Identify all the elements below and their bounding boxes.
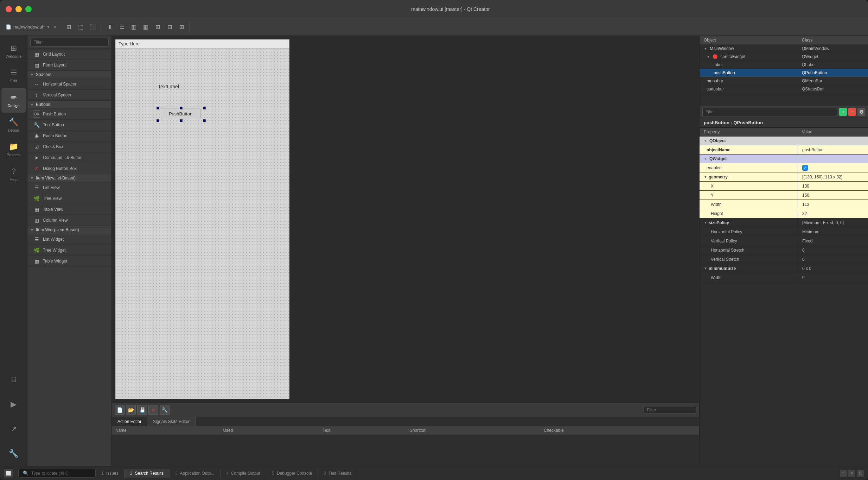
category-buttons[interactable]: ▼ Buttons <box>27 101 111 109</box>
close-file-icon[interactable]: ✕ <box>53 24 57 30</box>
widget-item-table-view[interactable]: ▦ Table View <box>27 204 111 215</box>
toolbar-btn-7[interactable]: ▦ <box>140 21 152 33</box>
toolbar-btn-2[interactable]: ⬚ <box>75 21 87 33</box>
sizepolicy-arrow[interactable]: ▼ <box>704 221 707 225</box>
prop-hpolicy-value[interactable]: Minimum <box>798 228 868 236</box>
bottom-tab-testresults[interactable]: 8 Test Results <box>318 469 357 478</box>
bottom-tab-appoutput[interactable]: 3 Application Outp... <box>170 469 220 478</box>
toolbar-btn-1[interactable]: ⊞ <box>63 21 75 33</box>
sidebar-item-projects[interactable]: 📁 Projects <box>1 137 26 162</box>
widget-item-tree-view[interactable]: 🌿 Tree View <box>27 193 111 204</box>
obj-row-mainwindow[interactable]: ▼ MainWindow QMainWindow <box>700 45 868 53</box>
prop-width-value[interactable]: 113 <box>798 201 868 208</box>
widget-item-horizontal-spacer[interactable]: ↔ Horizontal Spacer <box>27 79 111 90</box>
sidebar-item-play[interactable]: ▶ <box>1 392 26 417</box>
widget-item-list-view[interactable]: ☰ List View <box>27 182 111 193</box>
section-qwidget[interactable]: ▼ QWidget <box>700 154 868 163</box>
sidebar-item-arrow[interactable]: ↗ <box>1 417 26 441</box>
bottom-icon-btn-1[interactable]: ⬜ <box>4 469 13 478</box>
toolbar-btn-9[interactable]: ⊟ <box>164 21 175 33</box>
widget-item-command-button[interactable]: ➤ Command ...k Button <box>27 152 111 163</box>
widget-item-grid-layout[interactable]: ▦ Grid Layout <box>27 49 111 60</box>
prop-add-btn[interactable]: + <box>839 108 847 116</box>
sidebar-item-debug[interactable]: 🔨 Debug <box>1 113 26 137</box>
action-open-btn[interactable]: 📂 <box>126 405 136 415</box>
obj-row-centralwidget[interactable]: ▼ 🔴 centralwidget QWidget <box>700 53 868 61</box>
widget-item-form-layout[interactable]: ▤ Form Layout <box>27 60 111 71</box>
widget-item-tool-button[interactable]: 🔧 Tool Button <box>27 120 111 131</box>
prop-geometry-value[interactable]: [(130, 150), 113 x 32] <box>798 173 868 181</box>
widget-item-radio-button[interactable]: ◉ Radio Button <box>27 131 111 141</box>
prop-remove-btn[interactable]: − <box>848 108 856 116</box>
toolbar-btn-6[interactable]: ▥ <box>128 21 140 33</box>
widget-item-tree-widget[interactable]: 🌿 Tree Widget <box>27 245 111 256</box>
widget-item-list-widget[interactable]: ☰ List Widget <box>27 234 111 245</box>
close-button[interactable] <box>6 6 12 12</box>
maximize-button[interactable] <box>25 6 32 12</box>
prop-vpolicy-value[interactable]: Fixed <box>798 237 868 245</box>
prop-minsize-width-value[interactable]: 0 <box>798 274 868 282</box>
bottom-tab-issues[interactable]: 1 Issues <box>96 469 125 478</box>
sidebar-item-monitor[interactable]: 🖥 <box>1 367 26 392</box>
toolbar-btn-4[interactable]: ⏸ <box>104 21 116 33</box>
category-spacers[interactable]: ▼ Spacers <box>27 71 111 79</box>
action-delete-btn[interactable]: ✕ <box>148 405 158 415</box>
obj-row-label[interactable]: label QLabel <box>700 61 868 69</box>
prop-x-value[interactable]: 130 <box>798 182 868 190</box>
bottom-expand-btn[interactable]: ⌃ <box>840 470 847 477</box>
tab-signals-slots[interactable]: Signals Slots Editor <box>147 417 196 426</box>
menubar-area[interactable]: Type Here <box>115 39 289 48</box>
prop-hstretch-value[interactable]: 0 <box>798 246 868 254</box>
widget-item-column-view[interactable]: ▥ Column View <box>27 215 111 226</box>
design-canvas[interactable]: TextLabel PushButton <box>115 48 289 399</box>
push-button-widget[interactable]: PushButton <box>161 108 200 119</box>
file-tab[interactable]: 📄 mainwindow.ui* ▾ ✕ <box>3 24 60 30</box>
action-filter-input[interactable] <box>644 406 696 414</box>
locator-area[interactable]: 🔍 Type to locate (⌘K) <box>18 469 96 478</box>
toolbar-btn-3[interactable]: ⬛ <box>87 21 98 33</box>
obj-row-statusbar[interactable]: statusbar QStatusBar <box>700 85 868 93</box>
prop-enabled-value[interactable]: ✓ <box>798 164 868 172</box>
prop-y-value[interactable]: 150 <box>798 191 868 199</box>
widget-filter-input[interactable] <box>30 38 109 46</box>
toolbar-btn-8[interactable]: ⊞ <box>152 21 164 33</box>
category-item-widget[interactable]: ▼ Item Widg...em-Based) <box>27 226 111 234</box>
obj-row-menubar[interactable]: menubar QMenuBar <box>700 77 868 85</box>
action-new-btn[interactable]: 📄 <box>115 405 125 415</box>
action-save-btn[interactable]: 💾 <box>137 405 147 415</box>
obj-row-pushbutton[interactable]: pushButton QPushButton <box>700 69 868 77</box>
prop-minsize-value[interactable]: 0 x 0 <box>798 265 868 272</box>
bottom-tab-search[interactable]: 2 Search Results <box>125 469 170 478</box>
widget-item-table-widget[interactable]: ▦ Table Widget <box>27 256 111 267</box>
tab-action-editor[interactable]: Action Editor <box>112 417 147 426</box>
sidebar-item-wrench[interactable]: 🔧 <box>1 441 26 466</box>
minimize-button[interactable] <box>15 6 22 12</box>
widget-item-push-button[interactable]: OK Push Button <box>27 109 111 120</box>
prop-objectname-value[interactable]: pushButton <box>798 146 868 154</box>
bottom-tab-compile[interactable]: 4 Compile Output <box>221 469 266 478</box>
section-qobject[interactable]: ▼ QObject <box>700 137 868 145</box>
widget-item-vertical-spacer[interactable]: ↕ Vertical Spacer <box>27 90 111 101</box>
prop-settings-btn[interactable]: ⚙ <box>857 108 865 116</box>
file-dropdown-arrow[interactable]: ▾ <box>47 24 50 30</box>
geometry-arrow[interactable]: ▼ <box>704 175 707 179</box>
bottom-arrows-btn[interactable]: ⇅ <box>857 470 864 477</box>
widget-item-dialog-button[interactable]: ✗ Dialog Button Box <box>27 163 111 174</box>
bottom-tab-debugger[interactable]: 5 Debugger Console <box>266 469 318 478</box>
bottom-close-btn[interactable]: ✕ <box>848 470 855 477</box>
sidebar-item-edit[interactable]: ☰ Edit <box>1 63 26 88</box>
prop-height-value[interactable]: 32 <box>798 210 868 217</box>
sidebar-item-welcome[interactable]: ⊞ Welcome <box>1 39 26 63</box>
toolbar-btn-10[interactable]: ⊞ <box>176 21 187 33</box>
property-filter-input[interactable] <box>702 108 837 116</box>
toolbar-btn-5[interactable]: ☰ <box>116 21 128 33</box>
sidebar-item-help[interactable]: ? Help <box>1 162 26 187</box>
category-item-view[interactable]: ▼ Item View...el-Based) <box>27 174 111 182</box>
prop-vstretch-value[interactable]: 0 <box>798 255 868 263</box>
minsize-arrow[interactable]: ▼ <box>704 266 707 270</box>
prop-sizepolicy-value[interactable]: [Minimum, Fixed, 0, 0] <box>798 219 868 227</box>
widget-item-check-box[interactable]: ☑ Check Box <box>27 141 111 152</box>
enabled-checkbox[interactable]: ✓ <box>802 165 808 171</box>
action-wrench-btn[interactable]: 🔧 <box>160 405 170 415</box>
sidebar-item-design[interactable]: ✏ Design <box>1 88 26 113</box>
